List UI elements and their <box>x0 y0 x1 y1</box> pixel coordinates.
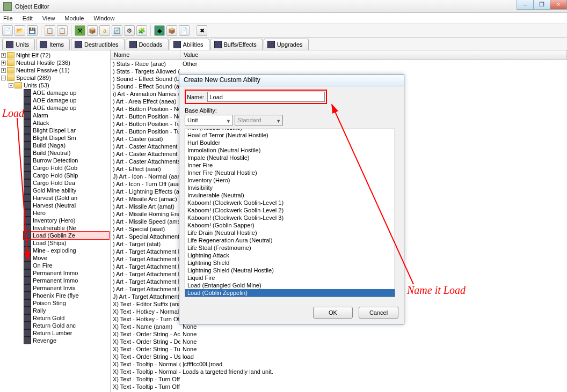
tree-item[interactable]: Inventory (Hero) <box>24 217 109 224</box>
list-item[interactable]: Inventory (Hero) <box>185 176 395 184</box>
property-row[interactable]: X) Text - Tooltip - Normal - E...Loads a… <box>111 368 567 375</box>
tab-abilities[interactable]: Abilities <box>170 39 209 50</box>
tree-item[interactable]: Cargo Hold (Gob <box>24 164 109 172</box>
list-item[interactable]: Kaboom! (Clockwerk Goblin-Level 1) <box>185 199 395 206</box>
tree-item[interactable]: Blight Dispel Lar <box>24 127 109 134</box>
tree-item[interactable]: Load (Ships) <box>24 239 109 247</box>
copy-icon[interactable]: 📋 <box>45 25 55 36</box>
tree-folder[interactable]: Special (289) <box>16 74 51 82</box>
list-item[interactable]: Life Regeneration Aura (Neutral) <box>185 236 395 244</box>
property-row[interactable]: ) Stats - Race (arac)Other <box>111 60 567 68</box>
list-item[interactable]: Life Drain (Neutral Hostile) <box>185 229 395 236</box>
tool-icon[interactable]: ⚒ <box>75 25 85 36</box>
tree-item[interactable]: On Fire <box>24 262 109 269</box>
tree-item[interactable]: AOE damage up <box>24 89 109 97</box>
tree-item[interactable]: Load (Goblin Ze <box>24 232 109 239</box>
list-item[interactable]: Kaboom! (Goblin Sapper) <box>185 221 395 229</box>
tree-item[interactable]: AOE damage up <box>24 104 109 112</box>
menu-edit[interactable]: Edit <box>21 14 34 23</box>
tree-item[interactable]: Return Gold <box>24 314 109 322</box>
expand-icon[interactable]: + <box>1 68 6 73</box>
tree-item[interactable]: Build (Naga) <box>24 142 109 149</box>
tree-folder[interactable]: Units (53) <box>24 82 49 89</box>
property-row[interactable]: X) Text - Order String - Deac...None <box>111 338 567 345</box>
list-item[interactable]: Inner Fire (Neutral Hostile) <box>185 169 395 176</box>
close-button[interactable]: × <box>550 0 567 10</box>
tree-item[interactable]: Rally <box>24 307 109 314</box>
tree-item[interactable]: Burrow Detection <box>24 157 109 164</box>
ability-name-input[interactable] <box>207 92 325 102</box>
list-item[interactable]: Impale (Neutral Hostile) <box>185 154 395 161</box>
tab-upgrades[interactable]: Upgrades <box>264 39 309 50</box>
list-item[interactable]: Lightning Attack <box>185 252 395 259</box>
tree-item[interactable]: Build (Neutral) <box>24 149 109 157</box>
tree-item[interactable]: Attack <box>24 119 109 127</box>
list-item[interactable]: Inner Fire <box>185 161 395 169</box>
save-icon[interactable]: 💾 <box>27 25 38 36</box>
property-row[interactable]: X) Text - Tooltip - Normal (at...|cffffc… <box>111 360 567 368</box>
expand-icon[interactable]: + <box>1 53 6 58</box>
tool-icon[interactable]: 📦 <box>166 25 177 36</box>
tree-folder[interactable]: Night Elf (72) <box>16 51 50 59</box>
list-item[interactable]: Liquid Fire <box>185 274 395 282</box>
tree-item[interactable]: Hero <box>24 209 109 217</box>
tree-item[interactable]: Poison Sting <box>24 299 109 307</box>
tree-item[interactable]: Blight Dispel Sm <box>24 134 109 142</box>
minimize-button[interactable]: – <box>517 0 534 10</box>
list-item[interactable]: Load (Goblin Zeppelin) <box>185 289 395 297</box>
ok-button[interactable]: OK <box>313 307 353 319</box>
tree-item[interactable]: Harvest (Gold an <box>24 194 109 202</box>
menu-window[interactable]: Window <box>92 14 115 23</box>
list-item[interactable]: Immolation (Neutral Hostile) <box>185 146 395 154</box>
tool-icon[interactable]: ◆ <box>154 25 165 36</box>
menu-view[interactable]: View <box>41 14 56 23</box>
tree-item[interactable]: Invulnerable (Ne <box>24 224 109 232</box>
tool-icon[interactable]: 📄 <box>179 25 190 36</box>
tree-item[interactable]: Gold Mine ability <box>24 187 109 194</box>
tree-item[interactable]: AOE damage up <box>24 97 109 104</box>
tool-icon[interactable]: 🧩 <box>136 25 147 36</box>
list-item[interactable]: Kaboom! (Clockwerk Goblin-Level 2) <box>185 206 395 214</box>
cancel-button[interactable]: Cancel <box>359 307 398 319</box>
menu-file[interactable]: File <box>2 14 14 23</box>
tool-icon[interactable]: 📦 <box>87 25 98 36</box>
tree-item[interactable]: Permanent Immo <box>24 269 109 277</box>
list-item[interactable]: Hurl Boulder <box>185 139 395 146</box>
tool-icon[interactable]: a <box>99 25 110 36</box>
open-icon[interactable]: 📂 <box>14 25 25 36</box>
tree-item[interactable]: Phoenix Fire (flye <box>24 292 109 299</box>
tree-item[interactable]: Return Lumber <box>24 329 109 337</box>
tool-icon[interactable]: ✖ <box>197 25 207 36</box>
list-item[interactable]: Load (Entangled Gold Mine) <box>185 282 395 289</box>
tree-item[interactable]: Cargo Hold (Ship <box>24 172 109 179</box>
list-item[interactable]: Howl of Terror (Neutral Hostile) <box>185 131 395 139</box>
property-row[interactable]: X) Text - Order String - Turn ...None <box>111 345 567 353</box>
category-combo[interactable]: Unit <box>185 115 233 125</box>
tab-buffs-effects[interactable]: Buffs/Effects <box>210 39 263 50</box>
expand-icon[interactable]: + <box>1 61 6 65</box>
tab-items[interactable]: Items <box>36 39 70 50</box>
tree-item[interactable]: Cargo Hold Dea <box>24 179 109 187</box>
tool-icon[interactable]: ⚙ <box>124 25 135 36</box>
tree-item[interactable]: Move <box>24 254 109 262</box>
tree-folder[interactable]: Neutral Hostile (236) <box>16 59 70 66</box>
list-item[interactable]: Invisibility <box>185 184 395 191</box>
tree-item[interactable]: Return Gold anc <box>24 322 109 329</box>
property-row[interactable]: X) Text - Tooltip - Turn Off (a... <box>111 375 567 383</box>
tab-units[interactable]: Units <box>2 39 35 50</box>
tree-item[interactable]: Permanent Invis <box>24 284 109 292</box>
tree-folder[interactable]: Neutral Passive (11) <box>16 66 70 74</box>
property-row[interactable]: X) Text - Order String - Activ...None <box>111 330 567 338</box>
new-icon[interactable]: 📄 <box>2 25 13 36</box>
column-value[interactable]: Value <box>180 50 567 60</box>
menu-module[interactable]: Module <box>63 14 85 23</box>
list-item[interactable]: Lightning Shield <box>185 259 395 267</box>
tool-icon[interactable]: 🔃 <box>112 25 122 36</box>
expand-icon[interactable]: − <box>1 76 6 80</box>
list-item[interactable]: Lightning Shield (Neutral Hostile) <box>185 267 395 274</box>
column-name[interactable]: Name <box>111 50 180 60</box>
tree-item[interactable]: Mine - exploding <box>24 247 109 254</box>
maximize-button[interactable]: ❐ <box>533 0 550 10</box>
tree-item[interactable]: Revenge <box>24 337 109 344</box>
property-row[interactable]: X) Text - Tooltip - Turn Off ... <box>111 383 567 390</box>
